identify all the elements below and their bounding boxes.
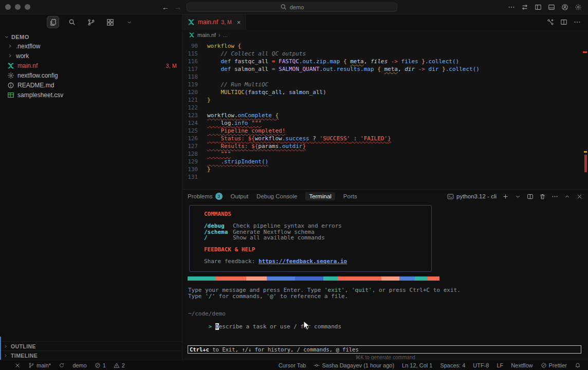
terminal-input-bar[interactable]: Ctrl+c to Exit, ↑/↓ for history, / comma… bbox=[188, 345, 581, 354]
tab-main-nf[interactable]: main.nf 3, M × bbox=[182, 14, 246, 30]
history-back-icon[interactable]: ← bbox=[162, 3, 169, 11]
panel-tab-label: Terminal bbox=[309, 193, 331, 199]
file-tree-item-main-nf[interactable]: main.nf3, M bbox=[0, 61, 182, 70]
code-editor[interactable]: main.nf › ... 90workflow {115 // Collect… bbox=[182, 30, 588, 189]
file-tree-item-README-md[interactable]: README.md bbox=[0, 80, 182, 90]
section-outline[interactable]: OUTLINE bbox=[0, 341, 182, 350]
statusbar-left: main*demo12 bbox=[0, 362, 125, 368]
line-number: 120 bbox=[182, 88, 198, 96]
line-content: Pipeline completed! bbox=[207, 127, 285, 135]
status-item-cursor-tab[interactable]: Cursor Tab bbox=[279, 362, 306, 368]
file-tree: .nextflowworkmain.nf3, Mnextflow.configR… bbox=[0, 41, 182, 100]
plus-icon[interactable] bbox=[502, 193, 509, 200]
status-item-label: UTF-8 bbox=[473, 362, 489, 368]
file-problems-badge: 3, M bbox=[166, 63, 177, 69]
status-item-lf[interactable]: LF bbox=[497, 362, 504, 368]
panel-tab-problems[interactable]: Problems3 bbox=[188, 193, 223, 200]
sidebar-bottom-sections: OUTLINETIMELINE bbox=[0, 341, 182, 360]
close-icon[interactable] bbox=[576, 193, 583, 200]
activity-chevron-down-button[interactable] bbox=[123, 16, 135, 28]
feedback-link[interactable]: https://feedback.seqera.io bbox=[259, 258, 347, 265]
status-item-1[interactable]: 1 bbox=[95, 362, 106, 368]
status-item-2[interactable]: 2 bbox=[114, 362, 125, 368]
split-editor-icon[interactable] bbox=[527, 193, 534, 200]
breadcrumb[interactable]: main.nf › ... bbox=[182, 30, 588, 40]
more-horizontal-icon[interactable] bbox=[508, 4, 515, 11]
file-tree-item-samplesheet-csv[interactable]: samplesheet.csv bbox=[0, 90, 182, 100]
tab-problems-badge: 3, M bbox=[221, 19, 231, 25]
status-item-ln-12-col-1[interactable]: Ln 12, Col 1 bbox=[402, 362, 432, 368]
terminal-icon bbox=[447, 193, 454, 200]
command-center-search[interactable]: demo bbox=[187, 3, 397, 12]
activity-search-button[interactable] bbox=[66, 16, 78, 28]
trash-icon[interactable] bbox=[539, 193, 546, 200]
feedback-label: Share feedback: bbox=[204, 258, 259, 265]
panel-tab-output[interactable]: Output bbox=[231, 193, 249, 199]
more-horizontal-icon[interactable] bbox=[552, 193, 558, 200]
status-item-nextflow[interactable]: Nextflow bbox=[511, 362, 532, 368]
status-item-spaces-4[interactable]: Spaces: 4 bbox=[440, 362, 465, 368]
minimize-window-icon[interactable] bbox=[15, 4, 21, 10]
history-forward-icon[interactable]: → bbox=[174, 3, 181, 11]
file-tree-item--nextflow[interactable]: .nextflow bbox=[0, 41, 182, 51]
explorer-section-header[interactable]: DEMO bbox=[0, 33, 182, 41]
chevron-right-icon bbox=[7, 43, 13, 49]
more-horizontal-icon[interactable] bbox=[574, 18, 581, 26]
mouse-cursor bbox=[303, 321, 310, 333]
code-lines[interactable]: 90workflow {115 // Collect all QC output… bbox=[182, 40, 588, 181]
code-line-130: 130} bbox=[182, 165, 588, 173]
activity-explorer-files-button[interactable] bbox=[47, 16, 59, 28]
status-item-demo[interactable]: demo bbox=[72, 362, 87, 368]
line-number: 119 bbox=[182, 81, 198, 88]
vscode-window: ← → demo DEMO .nextflowworkmain.nf3, Mne… bbox=[0, 0, 588, 370]
remote-icon bbox=[14, 362, 21, 368]
layout-panel-icon[interactable] bbox=[548, 4, 555, 11]
status-item-utf-8[interactable]: UTF-8 bbox=[473, 362, 489, 368]
close-tab-icon[interactable]: × bbox=[237, 18, 241, 26]
line-number: 117 bbox=[182, 65, 198, 73]
panel-tab-ports[interactable]: Ports bbox=[343, 193, 357, 199]
input-bar-key: Ctrl+c bbox=[190, 346, 209, 353]
command-name: / bbox=[204, 235, 233, 241]
file-tree-item-nextflow-config[interactable]: nextflow.config bbox=[0, 70, 182, 80]
status-item-sync[interactable] bbox=[59, 362, 65, 368]
chevron-down-sm-icon[interactable] bbox=[514, 193, 521, 200]
panel-tab-debug-console[interactable]: Debug Console bbox=[256, 193, 297, 199]
maximize-window-icon[interactable] bbox=[25, 4, 30, 10]
chevron-down-icon bbox=[4, 34, 9, 40]
nextflow-logo-icon bbox=[189, 32, 195, 38]
status-item-prettier[interactable]: Prettier bbox=[541, 362, 567, 368]
section-timeline[interactable]: TIMELINE bbox=[0, 350, 182, 360]
account-icon[interactable] bbox=[561, 4, 568, 11]
panel-tab-terminal[interactable]: Terminal bbox=[305, 192, 335, 200]
terminal-prompt[interactable]: > Describe a task or use / for commands bbox=[188, 317, 341, 337]
nextflow-logo-icon bbox=[188, 18, 195, 26]
statusbar-right: Cursor TabSasha Dagayev (1 hour ago)Ln 1… bbox=[279, 362, 588, 368]
swap-arrows-icon[interactable] bbox=[521, 4, 528, 11]
window-controls[interactable] bbox=[0, 4, 51, 10]
code-line-124: 124 log.info """ bbox=[182, 119, 588, 127]
close-window-icon[interactable] bbox=[5, 4, 11, 10]
status-item-label: Nextflow bbox=[511, 362, 532, 368]
split-editor-icon[interactable] bbox=[560, 18, 567, 26]
terminal-session[interactable]: python3.12 - cli bbox=[447, 193, 497, 200]
status-item-remote[interactable] bbox=[14, 362, 21, 368]
settings-gear-icon[interactable] bbox=[575, 4, 582, 11]
code-line-119: 119 // Run MultiQC bbox=[182, 81, 588, 88]
status-item-bell[interactable] bbox=[575, 362, 581, 368]
titlebar: ← → demo bbox=[0, 0, 588, 14]
line-content: MULTIQC(fastqc_all, salmon_all) bbox=[207, 88, 326, 96]
branch-icon bbox=[28, 362, 34, 368]
breadcrumb-symbol: ... bbox=[223, 32, 228, 38]
layout-sidebar-icon[interactable] bbox=[535, 4, 542, 11]
code-line-122: 122 bbox=[182, 104, 588, 112]
chevron-up-icon[interactable] bbox=[564, 193, 571, 200]
activity-source-control-button[interactable] bbox=[85, 16, 97, 28]
file-tree-item-work[interactable]: work bbox=[0, 51, 182, 61]
tab-filename: main.nf bbox=[198, 18, 218, 26]
activity-extensions-button[interactable] bbox=[104, 16, 116, 28]
file-name: .nextflow bbox=[16, 43, 40, 50]
source-graph-icon[interactable] bbox=[547, 18, 554, 26]
status-item-main-[interactable]: main* bbox=[28, 362, 51, 368]
status-item-sasha-dagayev-1-hour-ago-[interactable]: Sasha Dagayev (1 hour ago) bbox=[314, 362, 394, 368]
